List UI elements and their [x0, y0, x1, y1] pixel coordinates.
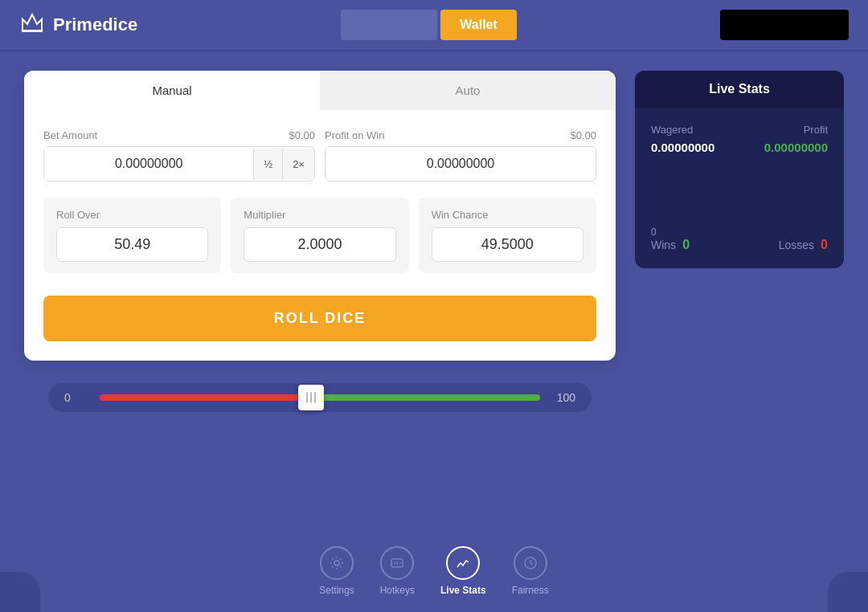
nav-fairness[interactable]: Fairness: [512, 546, 549, 596]
bet-profit-row: Bet Amount $0.00 ½ 2× Profit on Win $0.0…: [43, 129, 596, 182]
profit-input[interactable]: [325, 146, 596, 182]
tabs: Manual Auto: [24, 71, 616, 110]
right-panel: Live Stats Wagered Profit 0.00000000 0.0…: [635, 71, 844, 593]
wins-value: 0: [682, 238, 690, 252]
settings-icon: [320, 546, 354, 580]
slider-left-label: 0: [64, 391, 71, 404]
half-button[interactable]: ½: [253, 149, 282, 180]
wins-label: Wins: [651, 239, 676, 251]
live-stats-card: Live Stats Wagered Profit 0.00000000 0.0…: [635, 71, 844, 268]
svg-point-2: [334, 561, 339, 565]
nav-hotkeys[interactable]: Hotkeys: [380, 546, 415, 596]
profit-stats-value: 0.00000000: [764, 141, 828, 154]
profit-group: Profit on Win $0.00: [325, 129, 596, 182]
main-content: Manual Auto Bet Amount $0.00 ½ 2×: [0, 51, 868, 612]
logo-icon: [19, 11, 45, 39]
wallet-button[interactable]: Wallet: [440, 10, 517, 40]
svg-rect-1: [22, 30, 43, 32]
live-stats-nav-label: Live Stats: [440, 585, 486, 596]
slider-container: 0 100: [48, 383, 592, 412]
stats-body: Wagered Profit 0.00000000 0.00000000 0 W…: [635, 108, 844, 268]
corner-left-decoration: [0, 572, 40, 612]
svg-marker-0: [23, 14, 42, 31]
roll-over-field: Roll Over 50.49: [43, 198, 221, 273]
wagered-label: Wagered: [651, 124, 693, 136]
game-body: Bet Amount $0.00 ½ 2× Profit on Win $0.0…: [24, 110, 616, 361]
wins-col: Wins 0: [651, 238, 690, 252]
win-chance-value[interactable]: 49.5000: [432, 227, 583, 262]
nav-settings[interactable]: Settings: [319, 546, 354, 596]
tab-manual[interactable]: Manual: [24, 71, 320, 110]
game-card: Manual Auto Bet Amount $0.00 ½ 2×: [24, 71, 616, 361]
slider-section: 0 100: [24, 383, 616, 412]
multiplier-field: Multiplier 2.0000: [231, 198, 408, 273]
roll-dice-button[interactable]: ROLL DICE: [43, 296, 596, 341]
hotkeys-label: Hotkeys: [380, 585, 415, 596]
stats-labels-row: Wagered Profit: [651, 124, 828, 136]
slider-thumb[interactable]: [298, 385, 324, 410]
header-center: Wallet: [137, 10, 720, 40]
bet-label: Bet Amount $0.00: [43, 129, 315, 141]
roll-over-value[interactable]: 50.49: [56, 227, 208, 262]
double-button[interactable]: 2×: [282, 149, 314, 180]
win-chance-field: Win Chance 49.5000: [419, 198, 596, 273]
losses-value: 0: [821, 238, 828, 252]
bet-amount-group: Bet Amount $0.00 ½ 2×: [43, 129, 315, 182]
bet-amount-input[interactable]: [44, 147, 253, 181]
live-stats-title: Live Stats: [635, 71, 844, 108]
dice-options-row: Roll Over 50.49 Multiplier 2.0000 Win Ch…: [43, 198, 596, 273]
corner-right-decoration: [828, 572, 868, 612]
user-info-area: [720, 10, 849, 40]
settings-label: Settings: [319, 585, 354, 596]
losses-col: Losses 0: [779, 238, 828, 252]
logo-area: Primedice: [19, 11, 137, 39]
slider-thumb-icon: [306, 392, 316, 403]
chart-zero-label: 0: [651, 226, 657, 238]
stats-values-row: 0.00000000 0.00000000: [651, 141, 828, 154]
losses-label: Losses: [779, 239, 814, 251]
fairness-label: Fairness: [512, 585, 549, 596]
nav-live-stats[interactable]: Live Stats: [440, 546, 486, 596]
live-stats-icon: [446, 546, 480, 580]
profit-stats-label: Profit: [804, 124, 828, 136]
balance-input[interactable]: [341, 10, 437, 40]
logo-text: Primedice: [53, 14, 137, 35]
slider-track[interactable]: [100, 394, 540, 401]
slider-right-label: 100: [557, 391, 575, 404]
tab-auto[interactable]: Auto: [320, 71, 616, 110]
left-panel: Manual Auto Bet Amount $0.00 ½ 2×: [24, 71, 616, 593]
header: Primedice Wallet: [0, 0, 868, 51]
multiplier-value[interactable]: 2.0000: [244, 227, 395, 262]
bet-amount-input-group: ½ 2×: [43, 146, 315, 182]
profit-label: Profit on Win $0.00: [325, 129, 596, 141]
hotkeys-icon: [380, 546, 414, 580]
bottom-nav: Settings Hotkeys Live Stats Fairness: [0, 546, 868, 596]
wagered-value: 0.00000000: [651, 141, 714, 154]
stats-chart-area: 0: [651, 173, 828, 238]
wins-losses-row: Wins 0 Losses 0: [651, 238, 828, 252]
fairness-icon: [514, 546, 547, 580]
